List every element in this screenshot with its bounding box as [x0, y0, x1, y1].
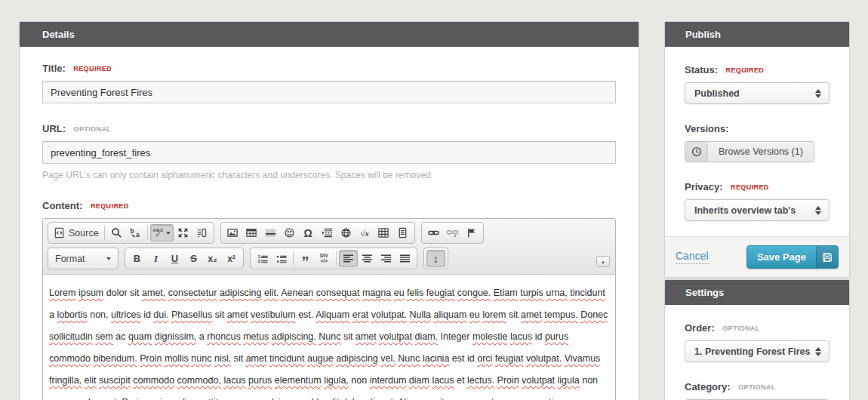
status-label: Status:: [685, 64, 718, 75]
chevron-down-icon: [166, 232, 171, 235]
blockquote-button[interactable]: ”: [296, 250, 315, 267]
versions-field: Versions: Browse Versions (1): [685, 122, 830, 162]
iframe-button[interactable]: [337, 224, 356, 242]
horizontal-rule-icon: [265, 227, 276, 238]
order-select-value: 1. Preventing Forest Fires: [694, 346, 811, 357]
privacy-field: Privacy: REQUIRED Inherits overview tab'…: [685, 180, 830, 221]
omega-icon: Ω: [303, 227, 312, 239]
find-button[interactable]: [107, 224, 126, 242]
toolbar-group-paragraph: 12 ” D: [250, 248, 417, 269]
document-icon: [397, 227, 408, 238]
order-field: Order: OPTIONAL 1. Preventing Forest Fir…: [685, 321, 830, 362]
div-container-button[interactable]: DIV </>: [315, 250, 334, 267]
status-required-flag: REQUIRED: [726, 66, 765, 74]
special-char-button[interactable]: Ω: [299, 224, 318, 242]
url-optional-flag: OPTIONAL: [74, 125, 112, 133]
toolbar-group-insert: Ω: [220, 222, 415, 244]
url-field: URL: OPTIONAL Page URL's can only contai…: [42, 122, 616, 180]
settings-panel-title: Settings: [665, 280, 849, 305]
italic-icon: I: [154, 253, 158, 265]
page-break-icon: [322, 227, 333, 238]
source-button[interactable]: Source: [51, 224, 102, 242]
url-input[interactable]: [42, 141, 616, 164]
editor-toolbar: Source ba: [43, 219, 615, 275]
subscript-button[interactable]: x₂: [203, 250, 222, 267]
superscript-button[interactable]: x²: [222, 250, 241, 267]
grid-icon: [377, 227, 389, 238]
maximize-button[interactable]: [174, 224, 192, 242]
toolbar-group-basicstyles: B I U S x₂ x²: [125, 248, 244, 269]
toolbar-group-document: Source ba: [48, 222, 214, 244]
search-icon: [111, 227, 122, 238]
page-break-button[interactable]: [318, 224, 337, 242]
content-label: Content:: [42, 200, 82, 211]
status-select-value: Published: [694, 88, 740, 99]
title-input[interactable]: [42, 81, 616, 103]
content-field: Content: REQUIRED Source: [42, 198, 616, 400]
select-arrows-icon: [815, 347, 821, 356]
cancel-link[interactable]: Cancel: [676, 250, 709, 264]
save-disk-icon: [816, 246, 838, 268]
unlink-button[interactable]: [443, 224, 462, 242]
numbered-list-button[interactable]: 12: [253, 250, 272, 267]
browse-versions-label: Browse Versions (1): [708, 142, 814, 162]
replace-button[interactable]: ba: [126, 224, 145, 242]
editor-content-area[interactable]: Lorem ipsum dolor sit amet, consectetur …: [43, 275, 615, 400]
insert-image-button[interactable]: [223, 224, 242, 242]
grid-button[interactable]: [374, 224, 393, 242]
div-container-icon: DIV </>: [320, 254, 328, 263]
show-blocks-button[interactable]: [192, 224, 211, 242]
toolbar-group-links: [421, 222, 484, 244]
publish-footer: Cancel Save Page: [665, 236, 849, 277]
source-icon: [54, 227, 65, 238]
versions-label: Versions:: [685, 123, 729, 134]
content-required-flag: REQUIRED: [91, 202, 129, 210]
flag-icon: [466, 227, 477, 238]
vertical-resize-icon: ↕: [433, 253, 439, 265]
underline-icon: U: [171, 253, 178, 264]
bold-button[interactable]: B: [128, 250, 146, 267]
underline-button[interactable]: U: [165, 250, 184, 267]
align-left-icon: [343, 253, 354, 264]
select-arrows-icon: [815, 206, 821, 215]
insert-table-button[interactable]: [242, 224, 261, 242]
anchor-button[interactable]: [462, 224, 481, 242]
blockquote-icon: ”: [302, 252, 309, 266]
link-button[interactable]: [424, 224, 443, 242]
category-field: Category: OPTIONAL Prevention: [685, 380, 830, 400]
horizontal-rule-button[interactable]: [261, 224, 280, 242]
align-justify-icon: [399, 253, 411, 264]
math-button[interactable]: √x: [356, 224, 374, 242]
category-optional-flag: OPTIONAL: [738, 383, 776, 391]
select-arrows-icon: [815, 89, 821, 98]
line-height-button[interactable]: ↕: [426, 250, 445, 267]
bullet-list-icon: [275, 253, 288, 264]
privacy-select[interactable]: Inherits overview tab's: [685, 199, 830, 221]
smiley-button[interactable]: [280, 224, 299, 242]
strikethrough-button[interactable]: S: [184, 250, 203, 267]
table-icon: [245, 227, 257, 238]
privacy-label: Privacy:: [685, 181, 723, 192]
align-left-button[interactable]: [339, 250, 358, 267]
italic-button[interactable]: I: [146, 250, 165, 267]
bullet-list-button[interactable]: [272, 250, 291, 267]
align-center-button[interactable]: [358, 250, 377, 267]
align-right-button[interactable]: [377, 250, 396, 267]
status-select[interactable]: Published: [685, 82, 830, 104]
settings-panel: Settings Order: OPTIONAL 1. Preventing F…: [664, 279, 850, 400]
order-select[interactable]: 1. Preventing Forest Fires: [685, 340, 830, 362]
show-blocks-icon: [196, 227, 208, 238]
align-justify-button[interactable]: [396, 250, 414, 267]
spellcheck-button[interactable]: ABC ✓: [150, 224, 174, 242]
title-field: Title: REQUIRED: [42, 61, 616, 103]
toolbar-collapse-button[interactable]: ▴: [596, 256, 610, 267]
order-optional-flag: OPTIONAL: [722, 325, 760, 332]
svg-text:a: a: [136, 231, 140, 238]
save-page-button[interactable]: Save Page: [746, 245, 839, 269]
browse-versions-button[interactable]: Browse Versions (1): [685, 141, 814, 162]
templates-button[interactable]: [393, 224, 412, 242]
publish-panel-title: Publish: [665, 22, 849, 47]
format-select[interactable]: Format: [48, 248, 119, 269]
details-panel-title: Details: [20, 22, 639, 47]
editor-paragraph[interactable]: Lorem ipsum dolor sit amet, consectetur …: [49, 282, 609, 400]
